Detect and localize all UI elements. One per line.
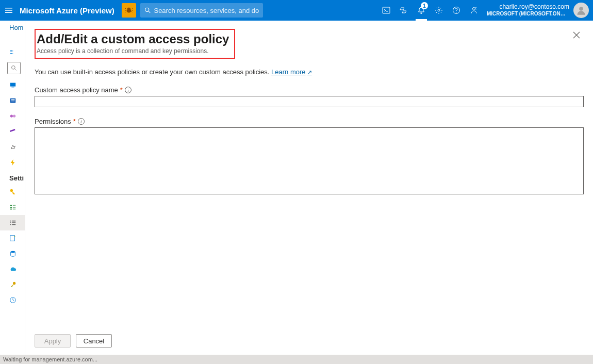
external-link-icon: ↗ [307,69,312,75]
svg-rect-12 [11,101,15,101]
sidebar-item-4[interactable] [0,124,25,139]
svg-rect-19 [10,209,12,210]
account-tenant: MICROSOFT (MICROSOFT.ONMI... [487,10,569,17]
blade-subtitle: Access policy is a collection of command… [37,47,229,55]
svg-rect-22 [13,209,15,210]
svg-rect-2 [383,7,390,13]
blade-title: Add/Edit a custom access policy [37,32,229,46]
sidebar-item-access-policy[interactable] [0,215,25,230]
resource-sidebar: Hom Setti [0,21,25,355]
sidebar-item-6[interactable] [0,155,25,170]
notifications-icon[interactable]: 1 [413,0,430,21]
required-asterisk: * [73,118,76,125]
blade-intro-text: You can use built-in access policies or … [35,68,269,76]
svg-point-3 [438,9,440,11]
sidebar-item-auth[interactable] [0,200,25,215]
feedback-icon[interactable] [465,0,483,21]
svg-rect-9 [11,87,14,88]
avatar [573,3,589,18]
account-email: charlie.roy@contoso.com [487,4,569,10]
cancel-button[interactable]: Cancel [76,334,112,348]
close-icon[interactable] [570,29,583,41]
sidebar-item-3[interactable] [0,108,25,124]
sidebar-item-9[interactable] [0,261,25,277]
hamburger-icon[interactable] [0,0,18,21]
svg-point-26 [11,286,12,287]
status-text: Waiting for management.azure.com... [3,356,97,362]
sidebar-item-11[interactable] [0,292,25,308]
sidebar-section-settings: Setti [0,170,25,184]
svg-point-0 [127,9,130,13]
info-icon[interactable]: i [125,87,131,93]
svg-rect-11 [11,99,15,100]
sidebar-item-keys[interactable] [0,184,25,200]
svg-point-24 [11,251,15,253]
browser-status-bar: Waiting for management.azure.com... [0,355,593,364]
blade-intro-row: You can use built-in access policies or … [35,68,584,76]
svg-point-13 [10,114,13,117]
svg-rect-20 [13,205,15,206]
preview-bug-button[interactable] [122,3,136,18]
info-icon[interactable]: i [78,118,85,125]
directories-icon[interactable] [395,0,413,21]
sidebar-search[interactable] [7,62,21,74]
global-search-input[interactable] [154,7,258,14]
svg-point-16 [10,189,13,192]
svg-rect-17 [10,205,12,206]
svg-point-14 [13,114,15,117]
help-icon[interactable] [448,0,465,21]
permissions-label: Permissions * i [35,118,584,125]
learn-more-link[interactable]: Learn more↗ [271,68,311,76]
notifications-badge: 1 [421,2,428,9]
highlighted-title-box: Add/Edit a custom access policy Access p… [35,29,235,59]
azure-top-header: Microsoft Azure (Preview) 1 charlie.roy [0,0,593,21]
sidebar-icon-overview[interactable] [0,44,25,60]
permissions-input[interactable] [35,127,584,194]
global-search[interactable] [140,3,263,18]
breadcrumb[interactable]: Hom [9,24,23,31]
sidebar-item-1[interactable] [0,77,25,93]
svg-point-5 [473,8,475,10]
svg-point-6 [579,7,583,11]
apply-button[interactable]: Apply [35,334,71,348]
custom-access-policy-blade: Add/Edit a custom access policy Access p… [25,21,593,355]
svg-rect-18 [10,207,12,208]
sidebar-item-10[interactable] [0,277,25,292]
settings-icon[interactable] [430,0,448,21]
svg-rect-21 [13,207,15,208]
svg-rect-15 [10,129,15,132]
sidebar-item-2[interactable] [0,93,25,108]
required-asterisk: * [120,86,123,94]
sidebar-item-8[interactable] [0,246,25,261]
svg-point-1 [145,8,149,11]
cloud-shell-icon[interactable] [377,0,395,21]
sidebar-item-7[interactable] [0,230,25,246]
policy-name-label: Custom access policy name * i [35,86,584,94]
svg-point-7 [12,66,15,70]
header-actions: 1 charlie.roy@contoso.com MICROSOFT (MIC… [377,0,593,21]
brand-label[interactable]: Microsoft Azure (Preview) [18,6,122,15]
account-menu[interactable]: charlie.roy@contoso.com MICROSOFT (MICRO… [483,3,593,18]
policy-name-input[interactable] [35,96,584,107]
svg-rect-23 [10,236,15,241]
sidebar-item-5[interactable] [0,139,25,155]
search-icon [144,7,151,14]
svg-rect-8 [10,83,16,87]
